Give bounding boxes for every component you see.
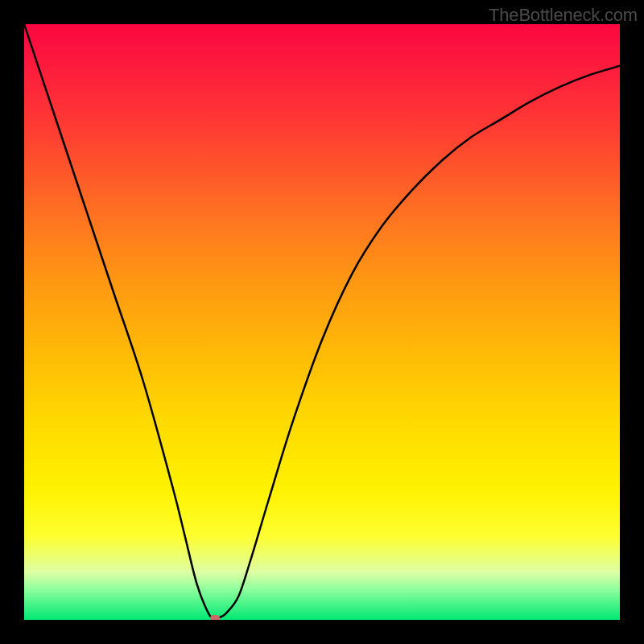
watermark-text: TheBottleneck.com [489, 5, 638, 26]
chart-frame: TheBottleneck.com [0, 0, 644, 644]
optimal-point-marker [210, 615, 220, 620]
plot-area [24, 24, 620, 620]
bottleneck-curve [24, 24, 620, 620]
